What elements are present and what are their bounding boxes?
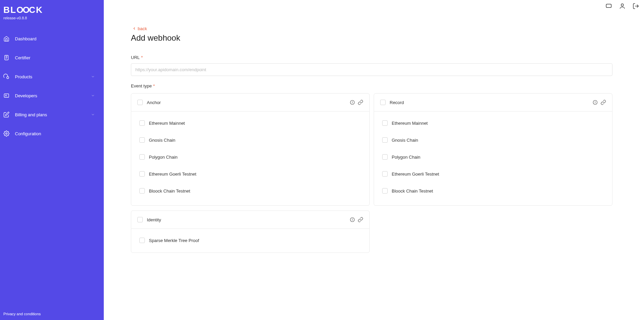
checkbox-option[interactable] [139, 171, 145, 177]
svg-rect-0 [5, 55, 8, 60]
checkbox-option[interactable] [382, 120, 388, 126]
chevron-down-icon [91, 94, 95, 98]
card-title: Anchor [147, 100, 350, 105]
svg-point-12 [595, 101, 596, 102]
checkbox-option[interactable] [139, 154, 145, 160]
main: back Add webhook URL* Event type* Anchor [104, 0, 644, 320]
checkbox-option[interactable] [139, 120, 145, 126]
option-row: Ethereum Mainnet [139, 117, 363, 129]
checkbox-identity[interactable] [137, 217, 143, 222]
option-label: Polygon Chain [149, 155, 178, 160]
event-card-anchor: Anchor Ethereum Mainnet Gnosis Chain Pol… [131, 93, 370, 206]
option-label: Bloock Chain Testnet [392, 188, 433, 194]
url-field-label: URL* [131, 55, 612, 60]
card-header: Record [374, 94, 612, 112]
checkbox-option[interactable] [382, 171, 388, 177]
option-label: Bloock Chain Testnet [149, 188, 190, 194]
footer-privacy-link[interactable]: Privacy and conditions [3, 312, 41, 316]
card-title: Record [390, 100, 592, 105]
url-input[interactable] [131, 63, 612, 76]
sidebar-item-billing[interactable]: Billing and plans [0, 108, 104, 121]
chevron-down-icon [91, 75, 95, 79]
option-label: Gnosis Chain [149, 138, 175, 143]
checkbox-option[interactable] [139, 188, 145, 194]
option-row: Ethereum Mainnet [382, 117, 606, 129]
checkbox-option[interactable] [382, 137, 388, 143]
page-title: Add webhook [131, 33, 612, 43]
back-link[interactable]: back [132, 26, 147, 31]
event-type-label: Event type* [131, 83, 612, 88]
checkbox-option[interactable] [382, 188, 388, 194]
brand-logo: BLOOCK [3, 5, 100, 15]
option-label: Ethereum Goerli Testnet [392, 172, 439, 177]
svg-point-1 [7, 77, 9, 79]
home-icon [3, 36, 9, 42]
option-label: Sparse Merkle Tree Proof [149, 238, 199, 243]
sidebar-item-configuration[interactable]: Configuration [0, 127, 104, 140]
sidebar-item-label: Billing and plans [15, 112, 91, 117]
back-label: back [138, 26, 147, 31]
sidebar-item-label: Dashboard [15, 36, 100, 41]
sidebar-item-label: Products [15, 74, 91, 79]
checkbox-option[interactable] [382, 154, 388, 160]
option-row: Sparse Merkle Tree Proof [139, 234, 363, 246]
sidebar-item-label: Developers [15, 93, 91, 98]
svg-point-15 [352, 219, 353, 219]
event-cards-row-2: Identity Sparse Merkle Tree Proof [131, 211, 612, 253]
sidebar: BLOOCK release-v0.8.8 Dashboard Certifie… [0, 0, 104, 320]
logo-area: BLOOCK release-v0.8.8 [0, 0, 104, 20]
info-icon[interactable] [592, 100, 598, 105]
content: back Add webhook URL* Event type* Anchor [104, 12, 633, 273]
card-body: Ethereum Mainnet Gnosis Chain Polygon Ch… [131, 112, 369, 203]
checkbox-anchor[interactable] [137, 100, 143, 105]
event-card-record: Record Ethereum Mainnet Gnosis Chain Pol… [374, 93, 612, 206]
option-label: Ethereum Mainnet [392, 121, 428, 126]
event-card-identity: Identity Sparse Merkle Tree Proof [131, 211, 370, 253]
link-icon[interactable] [601, 100, 606, 105]
sidebar-item-dashboard[interactable]: Dashboard [0, 32, 104, 45]
option-row: Ethereum Goerli Testnet [382, 168, 606, 180]
topbar [104, 0, 644, 12]
sidebar-item-developers[interactable]: Developers [0, 89, 104, 102]
chat-icon[interactable] [605, 3, 612, 9]
gauge-icon [3, 93, 9, 99]
option-row: Gnosis Chain [139, 134, 363, 146]
sidebar-item-label: Certifier [15, 55, 100, 60]
sidebar-item-products[interactable]: Products [0, 70, 104, 83]
clipboard-icon [3, 55, 9, 61]
user-icon[interactable] [619, 3, 626, 9]
card-title: Identity [147, 217, 350, 222]
option-label: Ethereum Mainnet [149, 121, 185, 126]
svg-point-5 [621, 4, 624, 6]
option-row: Bloock Chain Testnet [382, 185, 606, 197]
sidebar-nav: Dashboard Certifier Products Developers … [0, 32, 104, 140]
option-row: Gnosis Chain [382, 134, 606, 146]
checkbox-option[interactable] [139, 238, 145, 243]
chevron-left-icon [132, 26, 136, 31]
card-body: Ethereum Mainnet Gnosis Chain Polygon Ch… [374, 112, 612, 203]
card-body: Sparse Merkle Tree Proof [131, 229, 369, 253]
sidebar-item-label: Configuration [15, 131, 100, 136]
svg-point-9 [352, 101, 353, 102]
option-row: Ethereum Goerli Testnet [139, 168, 363, 180]
cloud-icon [3, 74, 9, 80]
release-version: release-v0.8.8 [3, 16, 100, 20]
info-icon[interactable] [350, 217, 355, 222]
chevron-down-icon [91, 113, 95, 117]
sidebar-item-certifier[interactable]: Certifier [0, 51, 104, 64]
checkbox-record[interactable] [380, 100, 386, 105]
option-label: Gnosis Chain [392, 138, 418, 143]
event-cards-row-1: Anchor Ethereum Mainnet Gnosis Chain Pol… [131, 93, 612, 206]
checkbox-option[interactable] [139, 137, 145, 143]
info-icon[interactable] [350, 100, 355, 105]
logout-icon[interactable] [632, 3, 639, 9]
option-row: Polygon Chain [139, 151, 363, 163]
option-row: Bloock Chain Testnet [139, 185, 363, 197]
link-icon[interactable] [358, 100, 363, 105]
card-header: Identity [131, 211, 369, 229]
option-label: Ethereum Goerli Testnet [149, 172, 196, 177]
link-icon[interactable] [358, 217, 363, 222]
card-header: Anchor [131, 94, 369, 112]
option-row: Polygon Chain [382, 151, 606, 163]
option-label: Polygon Chain [392, 155, 421, 160]
